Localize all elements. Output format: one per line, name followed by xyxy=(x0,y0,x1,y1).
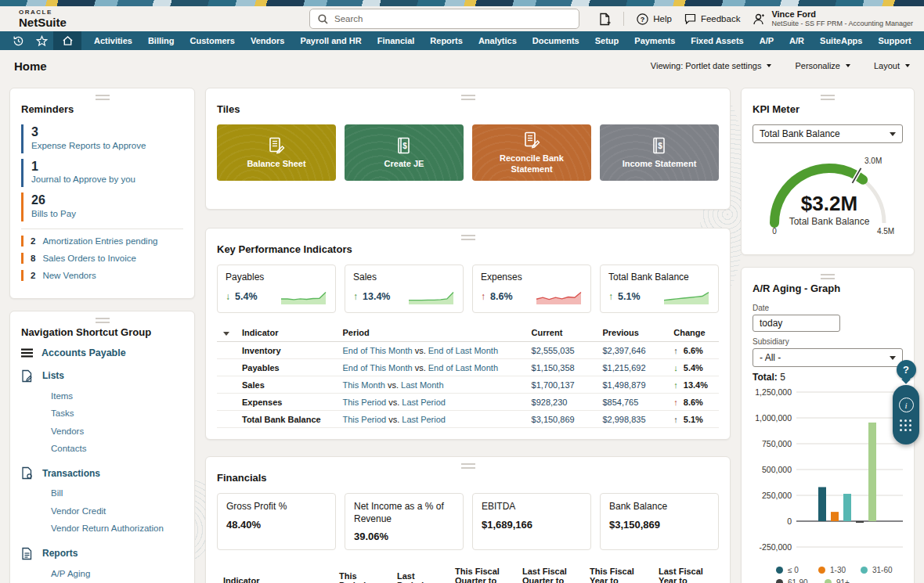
shortcut-link-label[interactable]: Tasks xyxy=(51,408,74,418)
period-link[interactable]: Last Period xyxy=(402,398,446,407)
personalize-dropdown[interactable]: Personalize xyxy=(795,61,850,70)
shortcut-link-label[interactable]: Vendor Return Authorization xyxy=(51,524,164,533)
date-input[interactable]: today xyxy=(753,315,840,332)
shortcut-link-label[interactable]: Contacts xyxy=(51,444,86,453)
legend-item-31-60[interactable]: 31-60 xyxy=(861,566,903,574)
shortcut-link-vendor-return-authorization[interactable]: Vendor Return Authorization xyxy=(51,520,183,537)
help-bubble-button[interactable]: ? xyxy=(897,360,916,380)
nav-item-reports[interactable]: Reports xyxy=(422,31,471,50)
kpi-card-sales[interactable]: Sales↑13.4% xyxy=(345,265,464,313)
nav-item-documents[interactable]: Documents xyxy=(525,31,587,50)
kpi-card-payables[interactable]: Payables↓5.4% xyxy=(217,265,336,313)
legend-item-0[interactable]: ≤ 0 xyxy=(776,566,818,574)
drag-handle[interactable] xyxy=(96,95,110,100)
reminder-label[interactable]: Expense Reports to Approve xyxy=(31,141,183,150)
legend-item-61-90[interactable]: 61-90 xyxy=(776,578,825,583)
reminder-item[interactable]: 26Bills to Pay xyxy=(21,193,183,221)
legend-item-91[interactable]: 91+ xyxy=(825,578,873,583)
drag-handle[interactable] xyxy=(821,274,835,279)
shortcuts-button[interactable] xyxy=(30,31,53,50)
tile-balance-sheet[interactable]: Balance Sheet xyxy=(217,124,336,181)
table-sort-caret[interactable] xyxy=(217,324,236,342)
financial-card-bank-balance[interactable]: Bank Balance$3,150,869 xyxy=(600,493,719,550)
reminder-label[interactable]: New Vendors xyxy=(42,271,96,280)
drag-handle[interactable] xyxy=(96,318,110,323)
shortcut-link-label[interactable]: A/P Aging xyxy=(51,569,90,578)
reminder-label[interactable]: Journal to Approve by you xyxy=(31,175,183,184)
info-button[interactable]: i xyxy=(899,398,914,412)
shortcut-link-vendor-credit[interactable]: Vendor Credit xyxy=(51,502,183,520)
reminder-item[interactable]: 2New Vendors xyxy=(21,270,183,281)
kpi-meter-select[interactable]: Total Bank Balance xyxy=(753,124,903,143)
shortcut-section-header[interactable]: Reports xyxy=(21,547,183,560)
period-link[interactable]: End of This Month xyxy=(343,346,413,355)
nav-item-vendors[interactable]: Vendors xyxy=(243,31,292,50)
shortcut-link-label[interactable]: Bill xyxy=(51,488,63,498)
nav-item-payroll-and-hr[interactable]: Payroll and HR xyxy=(292,31,369,50)
user-menu[interactable]: Vince Ford NetSuite - SS FF PRM - Accoun… xyxy=(753,9,913,29)
shortcut-link-tasks[interactable]: Tasks xyxy=(51,405,183,422)
subsidiary-select[interactable]: - All - xyxy=(753,348,903,367)
grid-dots-button[interactable] xyxy=(900,419,912,432)
shortcut-section-header[interactable]: Lists xyxy=(21,369,183,383)
drag-handle[interactable] xyxy=(461,463,475,469)
drag-handle[interactable] xyxy=(461,95,475,100)
reminder-item[interactable]: 3Expense Reports to Approve xyxy=(21,124,183,153)
netsuite-logo[interactable]: ORACLE NetSuite xyxy=(19,9,67,28)
legend-item-1-30[interactable]: 1-30 xyxy=(818,566,861,574)
shortcut-link-label[interactable]: Items xyxy=(51,391,73,401)
financial-card-gross-profit[interactable]: Gross Profit %48.40% xyxy=(217,493,336,550)
nav-item-a-r[interactable]: A/R xyxy=(781,31,812,50)
reminder-item[interactable]: 8Sales Orders to Invoice xyxy=(21,253,183,264)
nav-item-suiteapps[interactable]: SuiteApps xyxy=(812,31,870,50)
recent-records-button[interactable] xyxy=(6,31,30,50)
shortcut-group-accounts-payable[interactable]: Accounts Payable xyxy=(21,347,183,358)
shortcut-link-a-p-aging[interactable]: A/P Aging xyxy=(51,565,183,582)
nav-item-support[interactable]: Support xyxy=(870,31,919,50)
shortcut-link-items[interactable]: Items xyxy=(51,387,183,405)
nav-item-a-p[interactable]: A/P xyxy=(752,31,781,50)
nav-item-financial[interactable]: Financial xyxy=(370,31,423,50)
period-link[interactable]: This Month xyxy=(343,380,385,390)
drag-handle[interactable] xyxy=(821,95,835,100)
financial-card-ebitda[interactable]: EBITDA$1,689,166 xyxy=(472,493,591,550)
create-new-button[interactable] xyxy=(599,13,611,26)
shortcut-link-label[interactable]: Vendor Credit xyxy=(51,506,106,516)
period-link[interactable]: Last Period xyxy=(402,415,446,424)
tile-create-je[interactable]: $Create JE xyxy=(345,124,464,181)
global-search-input[interactable]: Search xyxy=(309,9,579,29)
kpi-card-expenses[interactable]: Expenses↑8.6% xyxy=(472,265,591,313)
nav-item-payments[interactable]: Payments xyxy=(626,31,683,50)
tab-home[interactable] xyxy=(53,31,81,50)
nav-item-setup[interactable]: Setup xyxy=(587,31,627,50)
feedback-button[interactable]: Feedback xyxy=(684,13,741,24)
shortcut-link-bill[interactable]: Bill xyxy=(51,484,183,502)
tile-reconcile-bank-statement[interactable]: Reconcile Bank Statement xyxy=(472,124,591,181)
reminder-label[interactable]: Bills to Pay xyxy=(31,209,183,218)
reminder-label[interactable]: Sales Orders to Invoice xyxy=(42,254,136,263)
tile-income-statement[interactable]: $Income Statement xyxy=(600,124,719,181)
help-button[interactable]: ? Help xyxy=(637,13,672,25)
viewing-portlet-date-settings-dropdown[interactable]: Viewing: Portlet date settings xyxy=(651,61,772,70)
nav-item-activities[interactable]: Activities xyxy=(86,31,140,50)
period-link[interactable]: End of Last Month xyxy=(428,346,498,355)
kpi-card-total-bank-balance[interactable]: Total Bank Balance↑5.1% xyxy=(600,265,719,313)
period-link[interactable]: Last Month xyxy=(401,380,443,390)
period-link[interactable]: End of This Month xyxy=(343,363,413,372)
period-link[interactable]: This Period xyxy=(343,398,387,407)
nav-item-fixed-assets[interactable]: Fixed Assets xyxy=(683,31,751,50)
financial-card-net-income-as-a-of-revenue[interactable]: Net Income as a % of Revenue39.06% xyxy=(345,493,464,550)
nav-item-analytics[interactable]: Analytics xyxy=(471,31,525,50)
reminder-label[interactable]: Amortization Entries pending xyxy=(42,236,157,246)
drag-handle[interactable] xyxy=(461,235,475,240)
nav-item-billing[interactable]: Billing xyxy=(140,31,182,50)
nav-item-customers[interactable]: Customers xyxy=(182,31,243,50)
reminder-item[interactable]: 1Journal to Approve by you xyxy=(21,159,183,188)
layout-dropdown[interactable]: Layout xyxy=(874,61,910,70)
shortcut-link-vendors[interactable]: Vendors xyxy=(51,423,183,440)
reminder-item[interactable]: 2Amortization Entries pending xyxy=(21,236,183,247)
period-link[interactable]: This Period xyxy=(343,415,387,424)
shortcut-link-label[interactable]: Vendors xyxy=(51,426,84,436)
shortcut-section-header[interactable]: Transactions xyxy=(21,466,183,480)
shortcut-link-contacts[interactable]: Contacts xyxy=(51,440,183,457)
